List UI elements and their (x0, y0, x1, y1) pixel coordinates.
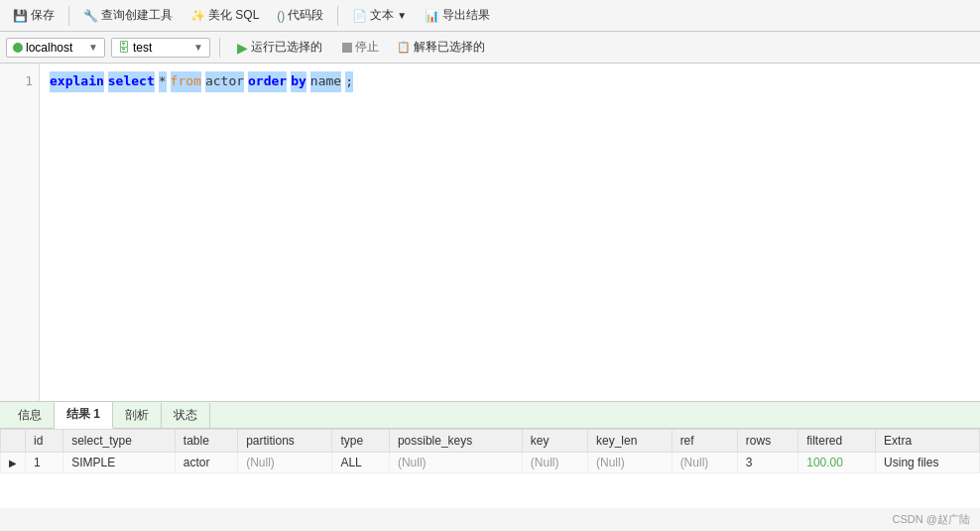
col-select-type: select_type (63, 430, 176, 453)
toolbar-top: 💾 保存 🔧 查询创建工具 ✨ 美化 SQL () 代码段 📄 文本 ▼ 📊 导… (0, 0, 980, 32)
col-arrow (1, 430, 26, 453)
sql-actor: actor (205, 71, 244, 92)
sql-select: select (108, 71, 155, 92)
host-select[interactable]: localhost ▼ (6, 38, 105, 58)
connection-dot (13, 43, 23, 53)
export-label: 导出结果 (442, 7, 490, 24)
separator-2 (337, 6, 338, 26)
explain-label: 解释已选择的 (414, 39, 485, 56)
code-label: 代码段 (288, 7, 323, 24)
sql-semicolon: ; (345, 71, 353, 92)
row-table: actor (175, 453, 237, 473)
save-label: 保存 (31, 7, 55, 24)
sql-order: order (248, 71, 287, 92)
col-table: table (175, 430, 237, 453)
col-id: id (26, 430, 63, 453)
stop-icon (342, 43, 352, 53)
results-tbody: ▶1SIMPLEactor(Null)ALL(Null)(Null)(Null)… (1, 453, 980, 473)
sql-from: from (171, 71, 201, 92)
export-icon: 📊 (425, 9, 439, 23)
editor-area[interactable]: 1 explain select * from actor order by n… (0, 64, 980, 401)
col-possible-keys: possible_keys (389, 430, 522, 453)
query-tool-icon: 🔧 (83, 9, 98, 23)
sql-star: * (159, 71, 167, 92)
col-filtered: filtered (798, 430, 876, 453)
row-rows: 3 (737, 453, 797, 473)
text-label: 文本 (370, 7, 394, 24)
export-button[interactable]: 📊 导出结果 (418, 4, 497, 27)
result-tabs: 信息 结果 1 剖析 状态 (0, 401, 980, 429)
watermark: CSDN @赵广陆 (0, 508, 980, 531)
code-content[interactable]: explain select * from actor order by nam… (40, 64, 980, 401)
sql-explain: explain (50, 71, 104, 92)
text-icon: 📄 (352, 9, 367, 23)
explain-button[interactable]: 📋 解释已选择的 (391, 37, 491, 58)
database-icon: 🗄 (118, 41, 130, 55)
query-tool-label: 查询创建工具 (101, 7, 173, 24)
sql-by: by (291, 71, 306, 92)
bottom-section: 信息 结果 1 剖析 状态 id select_type table parti… (0, 401, 980, 531)
editor-wrapper: 1 explain select * from actor order by n… (0, 64, 980, 401)
host-chevron-icon: ▼ (88, 42, 98, 53)
row-id: 1 (26, 453, 63, 473)
results-area[interactable]: id select_type table partitions type pos… (0, 429, 980, 508)
col-key-len: key_len (588, 430, 673, 453)
col-partitions: partitions (238, 430, 332, 453)
beautify-sql-button[interactable]: ✨ 美化 SQL (184, 4, 266, 27)
line-number-1: 1 (6, 71, 33, 92)
save-icon: 💾 (13, 9, 28, 23)
sql-name: name (310, 71, 341, 92)
database-select[interactable]: 🗄 test ▼ (111, 38, 210, 58)
db-chevron-icon: ▼ (193, 42, 203, 53)
col-key: key (522, 430, 587, 453)
tab-profile[interactable]: 剖析 (113, 403, 162, 428)
table-header-row: id select_type table partitions type pos… (1, 430, 980, 453)
save-button[interactable]: 💾 保存 (6, 4, 61, 27)
row-key-len: (Null) (588, 453, 673, 473)
beautify-icon: ✨ (190, 9, 205, 23)
separator-1 (68, 6, 69, 26)
row-extra: Using files (876, 453, 980, 473)
row-filtered: 100.00 (798, 453, 876, 473)
row-ref: (Null) (672, 453, 737, 473)
col-type: type (332, 430, 390, 453)
col-extra: Extra (876, 430, 980, 453)
row-possible-keys: (Null) (389, 453, 522, 473)
tab-info[interactable]: 信息 (6, 403, 55, 428)
main-container: 💾 保存 🔧 查询创建工具 ✨ 美化 SQL () 代码段 📄 文本 ▼ 📊 导… (0, 0, 980, 531)
table-row: ▶1SIMPLEactor(Null)ALL(Null)(Null)(Null)… (1, 453, 980, 473)
results-table: id select_type table partitions type pos… (0, 429, 980, 473)
row-key: (Null) (522, 453, 587, 473)
query-tool-button[interactable]: 🔧 查询创建工具 (76, 4, 180, 27)
watermark-text: CSDN @赵广陆 (893, 513, 970, 525)
run-selected-label: 运行已选择的 (251, 39, 322, 56)
stop-button[interactable]: 停止 (336, 37, 385, 58)
code-snippet-button[interactable]: () 代码段 (270, 4, 330, 27)
host-label: localhost (26, 41, 72, 55)
toolbar-second: localhost ▼ 🗄 test ▼ ▶ 运行已选择的 停止 📋 解释已选择… (0, 32, 980, 64)
text-chevron-icon: ▼ (397, 10, 407, 21)
tab-status[interactable]: 状态 (162, 403, 210, 428)
sql-line-1: explain select * from actor order by nam… (50, 71, 970, 92)
row-partitions: (Null) (238, 453, 332, 473)
tab-result1[interactable]: 结果 1 (55, 402, 113, 429)
explain-icon: 📋 (397, 41, 411, 54)
run-selected-button[interactable]: ▶ 运行已选择的 (229, 37, 330, 58)
col-rows: rows (737, 430, 797, 453)
text-button[interactable]: 📄 文本 ▼ (345, 4, 414, 27)
separator-3 (219, 38, 220, 58)
database-label: test (133, 41, 152, 55)
line-numbers: 1 (0, 64, 40, 401)
code-icon: () (277, 9, 285, 23)
play-icon: ▶ (237, 40, 248, 56)
row-type: ALL (332, 453, 390, 473)
row-arrow: ▶ (1, 453, 26, 473)
col-ref: ref (672, 430, 737, 453)
beautify-label: 美化 SQL (208, 7, 259, 24)
row-select-type: SIMPLE (63, 453, 176, 473)
stop-label: 停止 (355, 39, 379, 56)
